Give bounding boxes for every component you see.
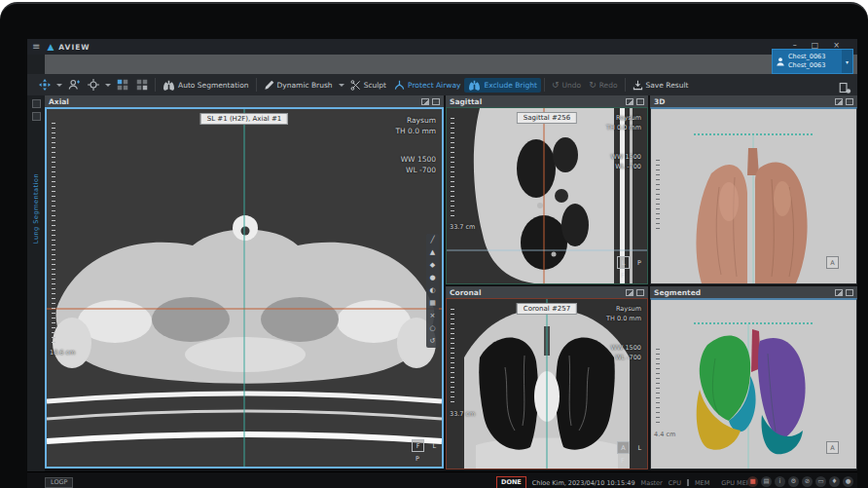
status-bar: LOGP DONE Chloe Kim, 2023/04/10 10:15:49…: [27, 471, 857, 488]
axial-ruler: [52, 123, 55, 345]
edit-tool-icon[interactable]: ○: [429, 325, 435, 332]
capture-icon[interactable]: [421, 98, 429, 105]
display-icon[interactable]: ▭: [815, 476, 826, 487]
report-layout-icon: [839, 82, 851, 94]
crosshair-dropdown-caret-icon[interactable]: [105, 84, 111, 87]
undo-label: Undo: [562, 81, 582, 90]
move-icon: [39, 79, 51, 91]
sagittal-title: Sagittal: [450, 97, 482, 106]
edit-tool-icon[interactable]: ↺: [430, 338, 436, 345]
save-result-button[interactable]: Save Result: [629, 78, 693, 93]
axial-window-annotation: WW 1500 WL -700: [401, 154, 436, 176]
axial-canvas[interactable]: SL #1 (H2F), Axial #1 Raysum TH 0.0 mm W…: [45, 107, 444, 469]
panel-toggle2-icon[interactable]: [32, 112, 41, 121]
fullscreen-icon[interactable]: [636, 98, 644, 105]
axial-title: Axial: [49, 97, 69, 106]
bell-icon[interactable]: ♦: [829, 476, 840, 487]
patient-info-bar: [45, 55, 857, 74]
edit-tool-icon[interactable]: ◐: [429, 287, 435, 294]
redo-icon: ↻: [589, 81, 597, 90]
segmented-ruler: [656, 349, 660, 427]
sagittal-window-annotation: WW 1500 WL -700: [611, 153, 641, 172]
report-icon[interactable]: ▤: [761, 476, 772, 487]
segmented-header: Segmented: [650, 286, 857, 298]
fullscreen-icon[interactable]: [636, 289, 644, 296]
sagittal-ruler: [451, 118, 454, 219]
protect-airway-button[interactable]: Protect Airway: [390, 78, 464, 93]
auto-segmentation-button[interactable]: Auto Segmentation: [159, 78, 253, 93]
info-icon[interactable]: i: [775, 476, 785, 487]
sagittal-slice-chip: Sagittal #256: [517, 112, 577, 124]
coronal-canvas[interactable]: Coronal #257 Raysum TH 0.0 mm WW 1500 WL…: [446, 298, 648, 469]
cpu-toggle[interactable]: [687, 479, 689, 486]
log-button[interactable]: LOGP: [45, 477, 73, 488]
cpu-label: CPU: [669, 479, 681, 487]
settings-icon[interactable]: ⚙: [788, 476, 799, 487]
exclude-bright-button[interactable]: Exclude Bright: [464, 78, 541, 93]
left-sidebar: Lung Segmentation: [27, 95, 45, 471]
study-name-line1: Chest_0063: [788, 53, 825, 61]
dynamic-brush-caret-icon[interactable]: [339, 84, 344, 87]
sagittal-canvas[interactable]: Sagittal #256 Raysum TH 0.0 mm WW 1500 W…: [446, 107, 648, 284]
sculpt-button[interactable]: Sculpt: [346, 78, 390, 93]
rec-icon[interactable]: ■: [747, 476, 758, 487]
study-name-line2: Chest_0063: [788, 61, 825, 70]
redo-button[interactable]: ↻ Redo: [585, 79, 621, 92]
fullscreen-icon[interactable]: [846, 98, 853, 105]
status-main: DONE Chloe Kim, 2023/04/10 10:15:49 Mast…: [494, 476, 744, 488]
sidebar-tab-lung-segmentation[interactable]: Lung Segmentation: [32, 173, 40, 244]
mem-label: MEM: [695, 479, 709, 487]
panel-toggle-icon[interactable]: [32, 99, 41, 108]
fullscreen-icon[interactable]: [432, 98, 440, 105]
main-toolbar: Auto Segmentation Dynamic Brush Sculpt: [27, 74, 857, 95]
segmented-canvas[interactable]: 4.4 cm A: [650, 298, 857, 469]
layout-tool-button[interactable]: [113, 77, 132, 93]
edit-tool-icon[interactable]: ×: [430, 313, 436, 319]
capture-icon[interactable]: [626, 289, 633, 296]
edit-tool-icon[interactable]: ◆: [430, 262, 435, 269]
capture-icon[interactable]: [835, 98, 843, 105]
edit-tool-icon[interactable]: ╱: [430, 237, 434, 244]
viewport-area: Lung Segmentation Axial: [27, 95, 857, 471]
navigate-dropdown-caret-icon[interactable]: [56, 84, 62, 87]
3d-viewport: 3D: [650, 95, 857, 284]
coronal-rendermode-annotation: Raysum TH 0.0 mm: [606, 305, 641, 324]
3d-canvas[interactable]: A: [650, 107, 857, 284]
segmented-ruler-label: 4.4 cm: [654, 431, 675, 438]
patient-selector[interactable]: Chest_0063 Chest_0063 ▾: [772, 49, 853, 74]
segmented-title: Segmented: [654, 288, 701, 297]
axial-ct-image: [47, 109, 442, 467]
lungs-icon: [163, 80, 175, 91]
user-timestamp: Chloe Kim, 2023/04/10 10:15:49: [532, 479, 635, 487]
account-icon[interactable]: ●: [843, 476, 853, 487]
registration-tool-button[interactable]: [64, 77, 84, 93]
status-icon-tray: ■ ▤ i ⚙ ⊘ ▭ ♦ ●: [747, 476, 853, 487]
3d-orientation-marker: A: [823, 256, 850, 280]
block-icon[interactable]: ⊘: [802, 476, 813, 487]
navigate-tool-button[interactable]: [35, 77, 54, 93]
capture-icon[interactable]: [835, 289, 843, 296]
edit-tool-icon[interactable]: ▦: [429, 300, 436, 307]
coronal-orientation-marker: A L F: [614, 441, 641, 465]
hamburger-menu-icon[interactable]: ≡: [27, 39, 45, 55]
app-logo-icon: ▲: [47, 42, 54, 52]
capture-icon[interactable]: [626, 98, 633, 105]
coronal-viewport: Coronal: [446, 286, 648, 469]
3d-ruler: [656, 160, 660, 230]
scissors-icon: [350, 80, 361, 91]
coronal-window-annotation: WW 1500 WL -700: [611, 344, 641, 363]
axial-ruler-label: 18.6 cm: [50, 349, 75, 357]
exclude-bright-label: Exclude Bright: [484, 81, 537, 90]
crosshair-tool-button[interactable]: [84, 77, 103, 93]
user-plus-icon: [68, 79, 80, 91]
auto-segmentation-label: Auto Segmentation: [178, 81, 249, 90]
compare-layout-button[interactable]: [132, 77, 152, 93]
patient-dropdown-caret-icon[interactable]: ▾: [842, 50, 852, 73]
fullscreen-icon[interactable]: [846, 289, 853, 296]
dynamic-brush-button[interactable]: Dynamic Brush: [260, 78, 337, 93]
coronal-header: Coronal: [446, 286, 648, 298]
undo-button[interactable]: ↺ Undo: [548, 79, 585, 92]
edit-tool-icon[interactable]: ▲: [430, 249, 435, 256]
edit-tool-icon[interactable]: ●: [429, 275, 435, 282]
save-result-label: Save Result: [646, 81, 689, 90]
